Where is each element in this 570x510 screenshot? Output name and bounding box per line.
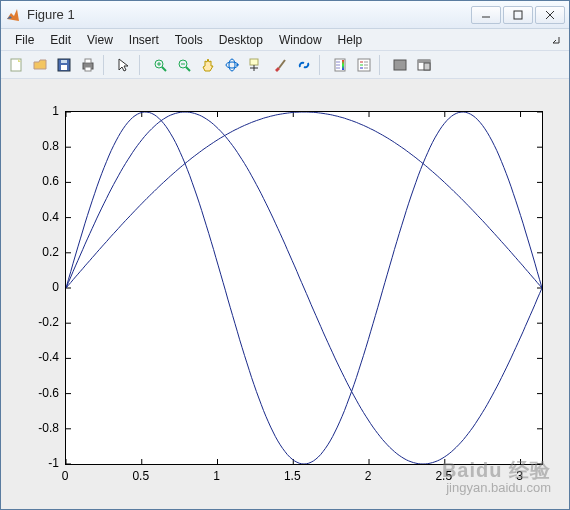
svg-rect-1: [514, 11, 522, 19]
xtick-label: 0: [62, 469, 69, 483]
menu-window[interactable]: Window: [271, 31, 330, 49]
pan-icon[interactable]: [197, 54, 219, 76]
titlebar: Figure 1: [1, 1, 569, 29]
xtick-label: 1.5: [284, 469, 301, 483]
menu-view[interactable]: View: [79, 31, 121, 49]
svg-rect-9: [85, 59, 91, 63]
figure-window: Figure 1 File Edit View Insert Tools Des…: [0, 0, 570, 510]
svg-rect-39: [424, 63, 430, 70]
xtick-label: 3: [516, 469, 523, 483]
maximize-button[interactable]: [503, 6, 533, 24]
dock-icon[interactable]: [413, 54, 435, 76]
ytick-label: -0.8: [19, 421, 59, 435]
ytick-label: 0.2: [19, 245, 59, 259]
ytick-label: -0.6: [19, 386, 59, 400]
menu-tools[interactable]: Tools: [167, 31, 211, 49]
close-button[interactable]: [535, 6, 565, 24]
brush-icon[interactable]: [269, 54, 291, 76]
svg-rect-25: [342, 60, 344, 70]
svg-rect-36: [394, 60, 406, 70]
open-icon[interactable]: [29, 54, 51, 76]
figure-content: -1-0.8-0.6-0.4-0.200.20.40.60.81 00.511.…: [1, 79, 569, 509]
svg-line-16: [186, 67, 190, 71]
menu-file[interactable]: File: [7, 31, 42, 49]
hide-icon[interactable]: [389, 54, 411, 76]
window-controls: [469, 6, 565, 24]
toolbar: [1, 51, 569, 79]
svg-point-19: [229, 59, 235, 71]
svg-rect-20: [250, 59, 258, 65]
watermark-sub: jingyan.baidu.com: [442, 481, 551, 495]
ytick-label: 0.4: [19, 210, 59, 224]
svg-rect-7: [61, 60, 67, 63]
svg-point-18: [226, 62, 238, 68]
zoom-in-icon[interactable]: [149, 54, 171, 76]
ytick-label: 0.6: [19, 174, 59, 188]
xtick-label: 1: [213, 469, 220, 483]
menu-dropdown-icon[interactable]: [549, 33, 563, 47]
menubar: File Edit View Insert Tools Desktop Wind…: [1, 29, 569, 51]
arrow-icon[interactable]: [113, 54, 135, 76]
colorbar-icon[interactable]: [329, 54, 351, 76]
ytick-label: -0.2: [19, 315, 59, 329]
svg-line-23: [279, 60, 285, 68]
ytick-label: 1: [19, 104, 59, 118]
axes-background: -1-0.8-0.6-0.4-0.200.20.40.60.81 00.511.…: [9, 87, 561, 501]
ytick-label: 0.8: [19, 139, 59, 153]
svg-line-12: [162, 67, 166, 71]
zoom-out-icon[interactable]: [173, 54, 195, 76]
print-icon[interactable]: [77, 54, 99, 76]
svg-rect-6: [61, 65, 67, 70]
xtick-label: 2.5: [435, 469, 452, 483]
link-icon[interactable]: [293, 54, 315, 76]
menu-edit[interactable]: Edit: [42, 31, 79, 49]
rotate3d-icon[interactable]: [221, 54, 243, 76]
window-title: Figure 1: [27, 7, 469, 22]
new-icon[interactable]: [5, 54, 27, 76]
ytick-label: -1: [19, 456, 59, 470]
xtick-label: 2: [365, 469, 372, 483]
minimize-button[interactable]: [471, 6, 501, 24]
save-icon[interactable]: [53, 54, 75, 76]
svg-rect-10: [85, 67, 91, 71]
menu-insert[interactable]: Insert: [121, 31, 167, 49]
ytick-label: -0.4: [19, 350, 59, 364]
ytick-label: 0: [19, 280, 59, 294]
xtick-label: 0.5: [132, 469, 149, 483]
axes[interactable]: [65, 111, 543, 465]
menu-help[interactable]: Help: [330, 31, 371, 49]
plot-lines: [66, 112, 542, 464]
matlab-icon: [5, 7, 21, 23]
menu-desktop[interactable]: Desktop: [211, 31, 271, 49]
legend-icon[interactable]: [353, 54, 375, 76]
datacursor-icon[interactable]: [245, 54, 267, 76]
